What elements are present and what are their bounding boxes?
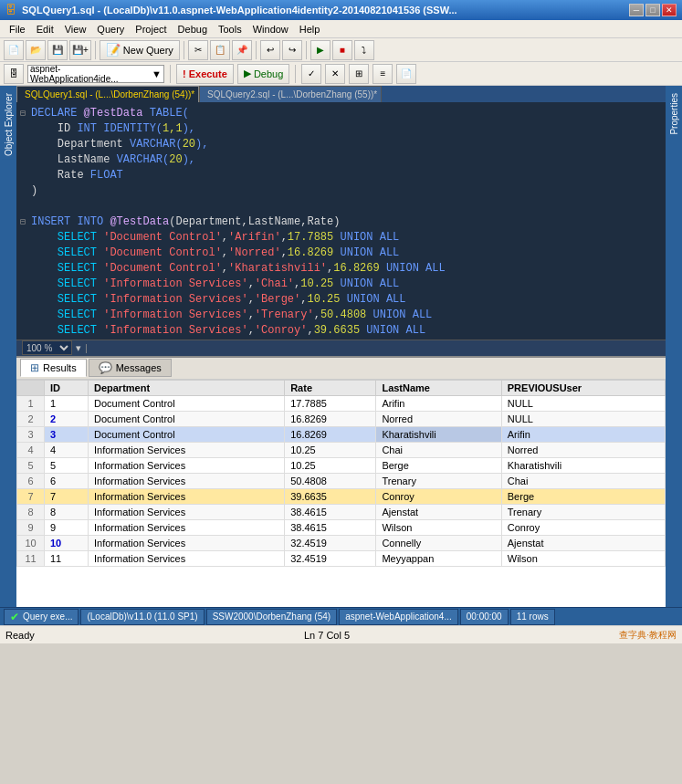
cell-dept[interactable]: Document Control: [88, 426, 284, 442]
cell-lastname[interactable]: Ajenstat: [376, 504, 501, 519]
save-button[interactable]: 💾: [47, 40, 68, 60]
results-file-button[interactable]: 📄: [396, 64, 416, 84]
cell-rate[interactable]: 16.8269: [285, 411, 376, 426]
cut-button[interactable]: ✂: [188, 40, 208, 60]
open-button[interactable]: 📂: [26, 40, 46, 60]
cell-dept[interactable]: Information Services: [88, 535, 284, 550]
cell-prev[interactable]: Norred: [501, 442, 665, 457]
col-header-rate[interactable]: Rate: [285, 380, 376, 395]
menu-view[interactable]: View: [59, 22, 92, 37]
cell-lastname[interactable]: Conroy: [376, 488, 501, 504]
start-debug-button[interactable]: ▶: [310, 40, 331, 60]
cell-dept[interactable]: Information Services: [88, 550, 284, 566]
cell-lastname[interactable]: Arifin: [376, 395, 501, 411]
table-row[interactable]: 88Information Services38.4615AjenstatTre…: [17, 504, 666, 519]
results-tab[interactable]: ⊞ Results: [20, 359, 87, 377]
cell-prev[interactable]: Conroy: [501, 519, 665, 535]
cell-rownum[interactable]: 7: [17, 488, 45, 504]
paste-button[interactable]: 📌: [232, 40, 252, 60]
cell-lastname[interactable]: Berge: [376, 457, 501, 473]
cell-lastname[interactable]: Kharatishvili: [376, 426, 501, 442]
cell-rate[interactable]: 16.8269: [285, 426, 376, 442]
cell-rate[interactable]: 10.25: [285, 442, 376, 457]
cell-id[interactable]: 4: [45, 442, 89, 457]
debug-button[interactable]: ▶ Debug: [237, 64, 289, 84]
undo-button[interactable]: ↩: [260, 40, 280, 60]
cell-lastname[interactable]: Meyyappan: [376, 550, 501, 566]
tab-sqlquery1[interactable]: SQLQuery1.sql - (L...\DorbenZhang (54))*…: [16, 86, 199, 102]
menu-debug[interactable]: Debug: [173, 22, 213, 37]
cell-dept[interactable]: Information Services: [88, 442, 284, 457]
menu-window[interactable]: Window: [247, 22, 294, 37]
cell-dept[interactable]: Information Services: [88, 473, 284, 488]
menu-edit[interactable]: Edit: [31, 22, 59, 37]
execute-button[interactable]: ! Execute: [176, 64, 234, 84]
cell-dept[interactable]: Information Services: [88, 504, 284, 519]
cell-lastname[interactable]: Chai: [376, 442, 501, 457]
cell-rownum[interactable]: 4: [17, 442, 45, 457]
table-row[interactable]: 44Information Services10.25ChaiNorred: [17, 442, 666, 457]
table-row[interactable]: 11Document Control17.7885ArifinNULL: [17, 395, 666, 411]
cell-id[interactable]: 3: [45, 426, 89, 442]
cell-prev[interactable]: Berge: [501, 488, 665, 504]
cell-dept[interactable]: Document Control: [88, 395, 284, 411]
table-row[interactable]: 1111Information Services32.4519Meyyappan…: [17, 550, 666, 566]
new-query-button[interactable]: 📝 New Query: [100, 40, 180, 60]
cell-prev[interactable]: Arifin: [501, 426, 665, 442]
close-button[interactable]: ✕: [662, 4, 677, 16]
table-row[interactable]: 1010Information Services32.4519ConnellyA…: [17, 535, 666, 550]
cell-dept[interactable]: Information Services: [88, 488, 284, 504]
cell-id[interactable]: 11: [45, 550, 89, 566]
table-row[interactable]: 22Document Control16.8269NorredNULL: [17, 411, 666, 426]
table-row[interactable]: 33Document Control16.8269KharatishviliAr…: [17, 426, 666, 442]
cell-lastname[interactable]: Trenary: [376, 473, 501, 488]
col-header-lastname[interactable]: LastName: [376, 380, 501, 395]
menu-tools[interactable]: Tools: [213, 22, 247, 37]
cell-prev[interactable]: Trenary: [501, 504, 665, 519]
collapse-insert[interactable]: ⊟: [20, 214, 29, 230]
step-button[interactable]: ⤵: [354, 40, 374, 60]
cell-id[interactable]: 6: [45, 473, 89, 488]
properties-tab[interactable]: Properties: [667, 89, 681, 139]
stop-button[interactable]: ■: [332, 40, 352, 60]
cell-rownum[interactable]: 9: [17, 519, 45, 535]
cell-dept[interactable]: Document Control: [88, 411, 284, 426]
cell-rate[interactable]: 17.7885: [285, 395, 376, 411]
cell-id[interactable]: 2: [45, 411, 89, 426]
cell-rate[interactable]: 38.4615: [285, 504, 376, 519]
table-row[interactable]: 99Information Services38.4615WilsonConro…: [17, 519, 666, 535]
results-grid-button[interactable]: ⊞: [349, 64, 369, 84]
object-explorer-tab[interactable]: Object Explorer: [2, 89, 16, 160]
cell-prev[interactable]: Kharatishvili: [501, 457, 665, 473]
cell-id[interactable]: 9: [45, 519, 89, 535]
code-editor[interactable]: ⊟ DECLARE @TestData TABLE( ID INT IDENTI…: [16, 102, 666, 340]
cell-rownum[interactable]: 5: [17, 457, 45, 473]
cell-rownum[interactable]: 6: [17, 473, 45, 488]
cell-id[interactable]: 10: [45, 535, 89, 550]
new-file-button[interactable]: 📄: [4, 40, 24, 60]
cell-rate[interactable]: 10.25: [285, 457, 376, 473]
redo-button[interactable]: ↪: [282, 40, 302, 60]
cell-rownum[interactable]: 3: [17, 426, 45, 442]
minimize-button[interactable]: ─: [629, 4, 644, 16]
menu-file[interactable]: File: [4, 22, 31, 37]
parse-button[interactable]: ✓: [301, 64, 321, 84]
cell-rownum[interactable]: 10: [17, 535, 45, 550]
cell-dept[interactable]: Information Services: [88, 457, 284, 473]
cell-prev[interactable]: Wilson: [501, 550, 665, 566]
results-text-button[interactable]: ≡: [372, 64, 393, 84]
cell-id[interactable]: 7: [45, 488, 89, 504]
cell-rate[interactable]: 32.4519: [285, 535, 376, 550]
copy-button[interactable]: 📋: [210, 40, 230, 60]
menu-help[interactable]: Help: [294, 22, 326, 37]
cell-rate[interactable]: 50.4808: [285, 473, 376, 488]
cell-rownum[interactable]: 2: [17, 411, 45, 426]
cell-prev[interactable]: NULL: [501, 395, 665, 411]
restore-button[interactable]: □: [645, 4, 660, 16]
table-row[interactable]: 66Information Services50.4808TrenaryChai: [17, 473, 666, 488]
cell-rate[interactable]: 39.6635: [285, 488, 376, 504]
col-header-dept[interactable]: Department: [88, 380, 284, 395]
cell-lastname[interactable]: Connelly: [376, 535, 501, 550]
table-row[interactable]: 77Information Services39.6635ConroyBerge: [17, 488, 666, 504]
cell-rate[interactable]: 38.4615: [285, 519, 376, 535]
